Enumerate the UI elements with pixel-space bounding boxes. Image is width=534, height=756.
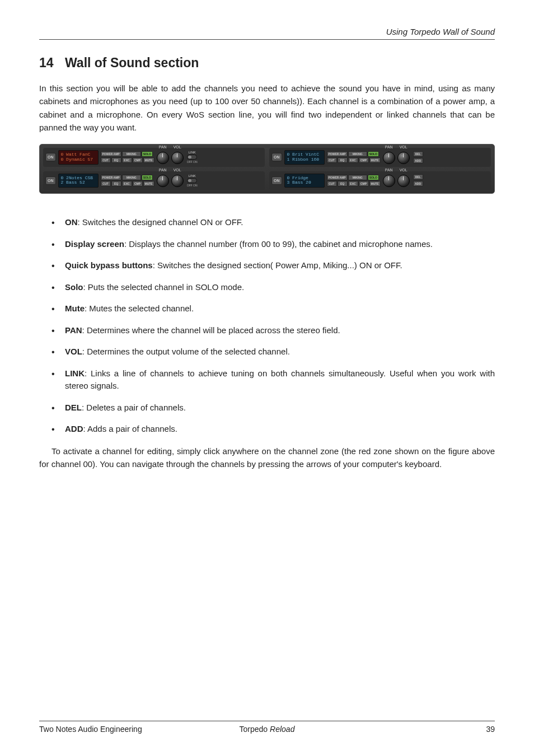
power-amp-button[interactable]: POWER AMP [327,175,348,180]
term: DEL [65,403,82,412]
term: ON [65,217,78,227]
exc-button[interactable]: EXC [122,181,132,186]
exc-button[interactable]: EXC [348,157,358,163]
vol-label: VOL [174,168,181,172]
definition-text: : Adds a pair of channels. [83,424,177,433]
definition-text: : Determines where the channel will be p… [82,325,340,335]
vol-knob[interactable] [171,175,184,187]
on-button[interactable]: ON [45,176,56,185]
wos-channels-figure: ON 0 Watt FanC 0 Dynamic 57 POWER AMP MI… [39,144,495,194]
list-item: LINK: Links a line of channels to achiev… [62,367,495,393]
on-button[interactable]: ON [271,153,282,161]
mute-button[interactable]: MUTE [143,181,154,186]
list-item: ADD: Adds a pair of channels. [62,423,495,436]
del-add-group: DEL ADD [412,151,423,164]
pan-label: PAN [385,168,393,172]
channel-strip[interactable]: ON 0 Brit VintC 1 Ribbon 160 POWER AMP M… [269,148,491,167]
solo-button[interactable]: SOLO [368,151,379,157]
del-button[interactable]: DEL [413,174,423,180]
link-group: LINK OFF ON [186,151,199,164]
solo-button[interactable]: SOLO [368,175,379,180]
bypass-button-group: POWER AMP MIKING SOLO CUT EQ EXC CMP MUT… [101,151,154,163]
cmp-button[interactable]: CMP [359,181,369,186]
definition-text: : Switches the designed channel ON or OF… [78,217,243,227]
cut-button[interactable]: CUT [101,157,111,163]
channel-strip[interactable]: ON 0 Watt FanC 0 Dynamic 57 POWER AMP MI… [43,148,265,167]
cut-button[interactable]: CUT [327,157,337,163]
section-number: 14 [39,55,54,71]
eq-button[interactable]: EQ [338,181,348,186]
page-footer: Two Notes Audio Engineering Torpedo Relo… [39,721,495,734]
running-header-text: Using Torpedo Wall of Sound [386,27,495,36]
vol-knob[interactable] [397,152,410,164]
eq-button[interactable]: EQ [111,181,121,186]
pan-knob[interactable] [383,175,395,187]
pan-knob[interactable] [157,152,169,164]
eq-button[interactable]: EQ [111,157,121,163]
definition-text: : Switches the designed section( Power A… [153,260,402,270]
definition-list: ON: Switches the designed channel ON or … [39,216,495,436]
link-switch[interactable] [187,155,197,160]
miking-button[interactable]: MIKING [348,175,367,180]
list-item: Display screen: Displays the channel num… [62,238,495,251]
cmp-button[interactable]: CMP [359,157,369,163]
term: Mute [65,304,85,313]
vol-label: VOL [400,168,407,172]
term: PAN [65,325,82,335]
intro-paragraph: In this section you will be able to add … [39,82,495,134]
add-button[interactable]: ADD [413,158,423,164]
list-item: ON: Switches the designed channel ON or … [62,216,495,229]
cut-button[interactable]: CUT [101,181,111,186]
term: Display screen [65,239,124,249]
del-button[interactable]: DEL [413,151,423,157]
vol-knob[interactable] [171,152,184,164]
on-button[interactable]: ON [271,176,282,185]
mute-button[interactable]: MUTE [369,181,381,186]
pan-knob[interactable] [157,175,169,187]
running-header: Using Torpedo Wall of Sound [39,27,495,40]
channel-strip[interactable]: ON 0 Fridge 3 Bass 20 POWER AMP MIKING S… [269,171,491,190]
pan-label: PAN [159,145,167,149]
list-item: DEL: Deletes a pair of channels. [62,402,495,414]
add-button[interactable]: ADD [413,181,423,186]
wos-row: ON 0 Watt FanC 0 Dynamic 57 POWER AMP MI… [43,148,491,167]
cmp-button[interactable]: CMP [133,181,143,186]
on-button[interactable]: ON [45,153,56,161]
eq-button[interactable]: EQ [338,157,348,163]
off-on-label: OFF ON [187,160,198,164]
solo-button[interactable]: SOLO [142,175,153,180]
definition-text: : Links a line of channels to achieve tu… [65,368,495,391]
vol-knob[interactable] [397,175,410,187]
miking-button[interactable]: MIKING [122,151,141,157]
link-switch[interactable] [187,178,197,183]
mute-button[interactable]: MUTE [369,157,381,163]
definition-text: : Deletes a pair of channels. [82,403,186,412]
pan-knob[interactable] [383,152,395,164]
term: VOL [65,347,82,356]
cmp-button[interactable]: CMP [133,157,143,163]
list-item: Solo: Puts the selected channel in SOLO … [62,281,495,294]
power-amp-button[interactable]: POWER AMP [327,151,348,157]
bypass-button-group: POWER AMP MIKING SOLO CUT EQ EXC CMP MUT… [101,175,154,186]
vol-label: VOL [174,145,181,149]
wos-row: ON 0 2Notes CSB 2 Bass 52 POWER AMP MIKI… [43,171,491,190]
exc-button[interactable]: EXC [348,181,358,186]
outro-paragraph: To activate a channel for editing, simpl… [39,445,495,471]
power-amp-button[interactable]: POWER AMP [101,151,121,157]
channel-display: 0 2Notes CSB 2 Bass 52 [58,174,99,188]
list-item: Mute: Mutes the selected channel. [62,302,495,315]
solo-button[interactable]: SOLO [142,151,153,157]
channel-strip[interactable]: ON 0 2Notes CSB 2 Bass 52 POWER AMP MIKI… [43,171,265,190]
miking-button[interactable]: MIKING [348,151,367,157]
link-label: LINK [188,174,195,178]
term: Quick bypass buttons [65,260,153,270]
power-amp-button[interactable]: POWER AMP [101,175,121,180]
list-item: VOL: Determines the output volume of the… [62,346,495,358]
miking-button[interactable]: MIKING [122,175,141,180]
exc-button[interactable]: EXC [122,157,132,163]
cut-button[interactable]: CUT [327,181,337,186]
mute-button[interactable]: MUTE [143,157,154,163]
channel-display: 0 Fridge 3 Bass 20 [284,174,325,188]
pan-label: PAN [385,145,393,149]
section-heading: 14 Wall of Sound section [39,55,495,71]
